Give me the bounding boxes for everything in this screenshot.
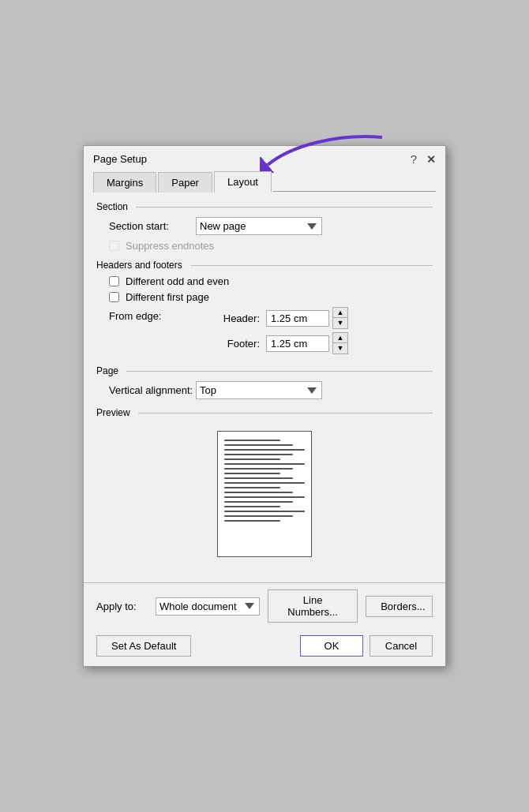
preview-line xyxy=(224,515,293,517)
footer-input[interactable]: 1.25 cm xyxy=(266,335,329,352)
tab-layout[interactable]: Layout xyxy=(214,171,272,193)
from-edge-label: From edge: xyxy=(109,307,196,322)
apply-to-label: Apply to: xyxy=(96,601,148,612)
preview-line xyxy=(224,449,305,451)
apply-to-row: Apply to: Whole document This point forw… xyxy=(84,582,445,629)
section-heading: Section xyxy=(96,201,433,212)
dialog-footer: Set As Default OK Cancel xyxy=(84,629,445,666)
suppress-endnotes-row: Suppress endnotes xyxy=(96,240,433,252)
tabs-spacer xyxy=(273,191,436,192)
tab-paper[interactable]: Paper xyxy=(158,172,212,193)
header-input[interactable]: 1.25 cm xyxy=(266,310,329,327)
header-spinner-buttons: ▲ ▼ xyxy=(332,307,348,329)
footer-right-buttons: OK Cancel xyxy=(300,635,433,657)
cancel-button[interactable]: Cancel xyxy=(370,635,433,657)
header-up-button[interactable]: ▲ xyxy=(333,308,347,318)
first-page-checkbox[interactable] xyxy=(109,292,119,302)
title-bar: Page Setup ? ✕ xyxy=(84,146,445,166)
borders-button[interactable]: Borders... xyxy=(366,596,433,617)
page-heading: Page xyxy=(96,365,433,376)
suppress-endnotes-label: Suppress endnotes xyxy=(126,240,214,252)
section-start-label: Section start: xyxy=(109,220,196,232)
preview-page xyxy=(217,431,312,557)
preview-group: Preview xyxy=(96,407,433,565)
odd-even-label: Different odd and even xyxy=(126,275,229,287)
preview-line xyxy=(224,458,280,460)
tab-margins[interactable]: Margins xyxy=(93,172,156,193)
from-edge-row: From edge: Header: 1.25 cm ▲ ▼ F xyxy=(96,307,433,357)
dialog-content: Section Section start: New page Continuo… xyxy=(84,192,445,582)
preview-line xyxy=(224,496,305,498)
preview-line xyxy=(224,440,280,441)
preview-line xyxy=(224,463,305,465)
title-bar-controls: ? ✕ xyxy=(411,152,436,166)
ok-button[interactable]: OK xyxy=(300,635,363,657)
close-button[interactable]: ✕ xyxy=(426,153,436,166)
preview-line xyxy=(224,482,305,484)
footer-label: Footer: xyxy=(208,338,260,350)
preview-line xyxy=(224,520,280,522)
header-label: Header: xyxy=(208,312,260,324)
odd-even-row: Different odd and even xyxy=(96,275,433,287)
suppress-endnotes-checkbox[interactable] xyxy=(109,241,119,251)
tab-bar: Margins Paper Layout xyxy=(84,166,445,192)
preview-line xyxy=(224,468,293,470)
first-page-row: Different first page xyxy=(96,291,433,303)
line-numbers-button[interactable]: Line Numbers... xyxy=(268,589,358,623)
preview-line xyxy=(224,473,280,474)
preview-line xyxy=(224,487,280,488)
footer-spinner: 1.25 cm ▲ ▼ xyxy=(266,332,348,354)
preview-line xyxy=(224,477,293,479)
set-as-default-button[interactable]: Set As Default xyxy=(96,635,191,657)
preview-line xyxy=(224,511,305,512)
odd-even-checkbox[interactable] xyxy=(109,276,119,286)
headers-footers-heading: Headers and footers xyxy=(96,260,433,271)
footer-row: Footer: 1.25 cm ▲ ▼ xyxy=(208,332,348,354)
page-setup-dialog: Page Setup ? ✕ Margins Paper Layout xyxy=(83,145,446,667)
footer-down-button[interactable]: ▼ xyxy=(333,343,347,354)
preview-line xyxy=(224,454,293,455)
page-group: Page Vertical alignment: Top Center Just… xyxy=(96,365,433,399)
dialog-title: Page Setup xyxy=(93,153,147,165)
preview-line xyxy=(224,501,293,503)
preview-line xyxy=(224,492,293,493)
header-down-button[interactable]: ▼ xyxy=(333,318,347,328)
preview-line xyxy=(224,444,293,446)
from-edge-inputs: Header: 1.25 cm ▲ ▼ Footer: 1.25 cm xyxy=(208,307,348,357)
tab-layout-wrapper: Layout xyxy=(214,170,272,192)
header-spinner: 1.25 cm ▲ ▼ xyxy=(266,307,348,329)
preview-content xyxy=(96,423,433,565)
first-page-label: Different first page xyxy=(126,291,209,303)
section-start-select[interactable]: New page Continuous Even page Odd page xyxy=(196,217,322,235)
preview-heading: Preview xyxy=(96,407,433,418)
header-row: Header: 1.25 cm ▲ ▼ xyxy=(208,307,348,329)
vertical-alignment-select[interactable]: Top Center Justified Bottom xyxy=(196,381,322,399)
apply-to-select[interactable]: Whole document This point forward xyxy=(156,597,260,616)
section-start-row: Section start: New page Continuous Even … xyxy=(96,217,433,235)
footer-up-button[interactable]: ▲ xyxy=(333,333,347,343)
headers-footers-group: Headers and footers Different odd and ev… xyxy=(96,260,433,357)
section-group: Section Section start: New page Continuo… xyxy=(96,201,433,252)
preview-line xyxy=(224,506,280,507)
vertical-alignment-label: Vertical alignment: xyxy=(109,384,196,396)
help-button[interactable]: ? xyxy=(411,152,417,166)
vertical-alignment-row: Vertical alignment: Top Center Justified… xyxy=(96,381,433,399)
footer-spinner-buttons: ▲ ▼ xyxy=(332,332,348,354)
